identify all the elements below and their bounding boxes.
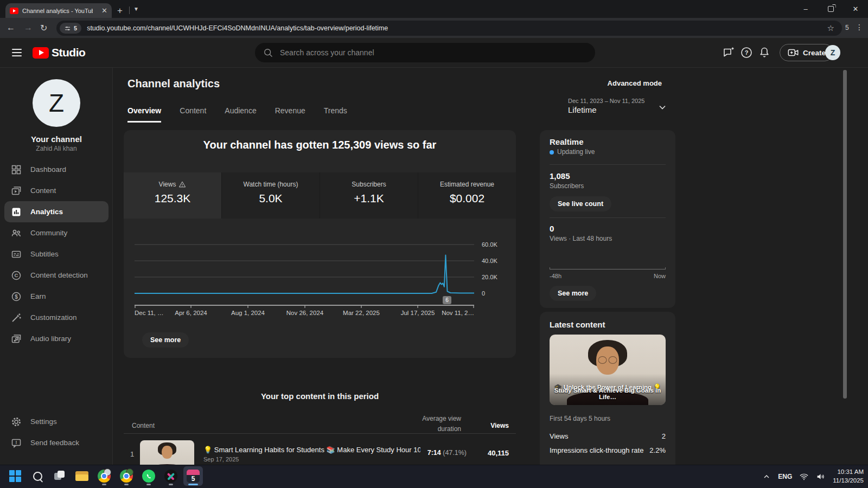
metric-card-views[interactable]: Views 125.3K bbox=[124, 172, 222, 219]
sidebar-item-send-feedback[interactable]: ! Send feedback bbox=[0, 432, 113, 453]
sidebar-item-subtitles[interactable]: Subtitles bbox=[0, 243, 113, 265]
channel-owner-name: Zahid Ali khan bbox=[0, 145, 113, 152]
volume-icon[interactable] bbox=[816, 472, 826, 481]
hamburger-menu-icon[interactable] bbox=[12, 49, 22, 56]
sidebar-item-content[interactable]: Content bbox=[0, 180, 113, 201]
browser-menu-icon[interactable]: ⋮ bbox=[856, 23, 863, 31]
thumb-overlay-line2: Study Smart & Achieve Big Goals in Life… bbox=[550, 387, 666, 400]
tab-trends[interactable]: Trends bbox=[324, 106, 347, 123]
chart-event-marker[interactable]: 6 bbox=[443, 296, 451, 304]
metric-card-watch-time[interactable]: Watch time (hours) 5.0K bbox=[222, 172, 320, 219]
y-tick-60k: 60.0K bbox=[482, 241, 506, 248]
site-settings-chip[interactable]: 5 bbox=[60, 23, 81, 34]
sidebar-item-dashboard[interactable]: Dashboard bbox=[0, 159, 113, 180]
chevron-down-icon[interactable] bbox=[657, 102, 668, 113]
tab-audience[interactable]: Audience bbox=[225, 106, 256, 123]
sidebar-item-audio-library[interactable]: Audio library bbox=[0, 328, 113, 349]
realtime-sparkline-axis bbox=[550, 269, 666, 269]
video-title[interactable]: 💡 Smart Learning Habits for Students 📚 M… bbox=[203, 446, 420, 454]
wifi-icon[interactable] bbox=[799, 472, 809, 481]
start-button[interactable] bbox=[5, 466, 25, 486]
realtime-subscribers-label: Subscribers bbox=[550, 182, 584, 190]
see-more-button[interactable]: See more bbox=[142, 332, 189, 348]
file-explorer-button[interactable] bbox=[72, 466, 92, 486]
back-button[interactable]: ← bbox=[7, 23, 15, 33]
metric-value: 5.0K bbox=[259, 192, 282, 205]
minimize-button[interactable]: – bbox=[793, 0, 818, 18]
views-line-chart[interactable] bbox=[135, 239, 474, 310]
x-app-button[interactable] bbox=[161, 466, 181, 486]
sidebar-item-community[interactable]: Community bbox=[0, 222, 113, 243]
sidebar-item-settings[interactable]: Settings bbox=[0, 411, 113, 432]
tab-list-chevron-icon[interactable]: ▼ bbox=[133, 6, 139, 12]
sidebar-item-label: Community bbox=[30, 229, 67, 237]
whatsapp-button[interactable] bbox=[139, 466, 158, 486]
metric-card-estimated-revenue[interactable]: Estimated revenue $0.002 bbox=[418, 172, 516, 219]
taskbar-search-button[interactable] bbox=[28, 466, 47, 486]
realtime-views-label: Views · Last 48 hours bbox=[550, 235, 612, 242]
sidebar-item-content-detection[interactable]: C Content detection bbox=[0, 265, 113, 286]
latest-video-thumbnail[interactable]: 🎓 Unlock the Power of Learning 💡 Study S… bbox=[550, 335, 666, 405]
sidebar-footer: Settings ! Send feedback bbox=[0, 411, 113, 453]
window-controls: – ✕ bbox=[793, 0, 868, 18]
metric-card-subscribers[interactable]: Subscribers +1.1K bbox=[320, 172, 418, 219]
views-headline: Your channel has gotten 125,309 views so… bbox=[124, 139, 516, 151]
analytics-tabs: Overview Content Audience Revenue Trends bbox=[127, 106, 347, 123]
tab-overview[interactable]: Overview bbox=[127, 106, 161, 123]
realtime-see-more-button[interactable]: See more bbox=[550, 286, 596, 301]
windows-logo-icon bbox=[9, 470, 21, 482]
column-header-views[interactable]: Views bbox=[477, 422, 509, 429]
y-tick-20k: 20.0K bbox=[482, 274, 506, 280]
settings-gear-icon bbox=[11, 416, 22, 427]
column-header-avg-view-duration[interactable]: Average view duration bbox=[411, 414, 461, 434]
extensions-badge[interactable]: 5 bbox=[845, 24, 849, 31]
help-icon[interactable]: ? bbox=[740, 46, 753, 59]
tab-content[interactable]: Content bbox=[180, 106, 206, 123]
bookmark-star-icon[interactable]: ☆ bbox=[827, 23, 834, 33]
sidebar-item-label: Analytics bbox=[30, 208, 63, 216]
sidebar-item-customization[interactable]: Customization bbox=[0, 307, 113, 328]
send-feedback-icon[interactable] bbox=[722, 46, 735, 59]
x-tick-5: Jul 17, 2025 bbox=[396, 310, 439, 316]
close-button[interactable]: ✕ bbox=[843, 0, 868, 18]
sidebar-item-analytics[interactable]: Analytics bbox=[4, 201, 108, 222]
sidebar-item-earn[interactable]: $ Earn bbox=[0, 286, 113, 307]
page-scrollbar[interactable] bbox=[843, 70, 847, 399]
studio-logo[interactable]: Studio bbox=[33, 46, 85, 59]
chrome-profile2-button[interactable] bbox=[117, 466, 136, 486]
x-tick-2: Aug 1, 2024 bbox=[226, 310, 270, 316]
notifications-bell-icon[interactable] bbox=[758, 46, 771, 59]
language-indicator[interactable]: ENG bbox=[778, 473, 792, 480]
address-bar[interactable]: 5 studio.youtube.com/channel/UCWHHJd-EFC… bbox=[56, 21, 842, 36]
forward-button[interactable]: → bbox=[24, 23, 33, 33]
channel-avatar[interactable]: Z bbox=[33, 79, 80, 127]
chrome-profile1-button[interactable] bbox=[94, 466, 114, 486]
active-window-button[interactable]: 5 bbox=[183, 466, 203, 486]
period-selector[interactable]: Lifetime bbox=[568, 105, 597, 114]
screen: Channel analytics - YouTube Stu ✕ + ▼ – … bbox=[0, 0, 868, 488]
channel-search[interactable] bbox=[255, 43, 595, 62]
tray-chevron-up-icon[interactable] bbox=[762, 472, 771, 481]
task-view-button[interactable] bbox=[50, 466, 69, 486]
column-header-content[interactable]: Content bbox=[132, 422, 155, 429]
new-tab-button[interactable]: + bbox=[117, 5, 123, 16]
tab-close-icon[interactable]: ✕ bbox=[101, 7, 107, 14]
task-view-icon bbox=[54, 471, 65, 481]
account-avatar[interactable]: Z bbox=[825, 45, 840, 60]
taskbar-clock[interactable]: 10:31 AM 11/13/2025 bbox=[833, 468, 864, 485]
audio-library-icon bbox=[11, 333, 22, 344]
tab-revenue[interactable]: Revenue bbox=[275, 106, 305, 123]
realtime-views-value: 0 bbox=[550, 224, 554, 233]
live-dot-icon bbox=[550, 150, 554, 155]
search-input[interactable] bbox=[279, 48, 552, 57]
latest-stat-views-label: Views bbox=[550, 432, 568, 440]
earn-icon: $ bbox=[11, 291, 22, 302]
reload-button[interactable]: ↻ bbox=[40, 23, 47, 33]
browser-tab[interactable]: Channel analytics - YouTube Stu ✕ bbox=[5, 3, 112, 18]
system-tray: ENG 10:31 AM 11/13/2025 bbox=[762, 465, 864, 488]
x-app-icon bbox=[164, 470, 177, 483]
advanced-mode-link[interactable]: Advanced mode bbox=[586, 79, 662, 87]
restore-button[interactable] bbox=[818, 0, 843, 18]
see-live-count-button[interactable]: See live count bbox=[550, 196, 611, 211]
metric-label: Views bbox=[159, 181, 176, 188]
